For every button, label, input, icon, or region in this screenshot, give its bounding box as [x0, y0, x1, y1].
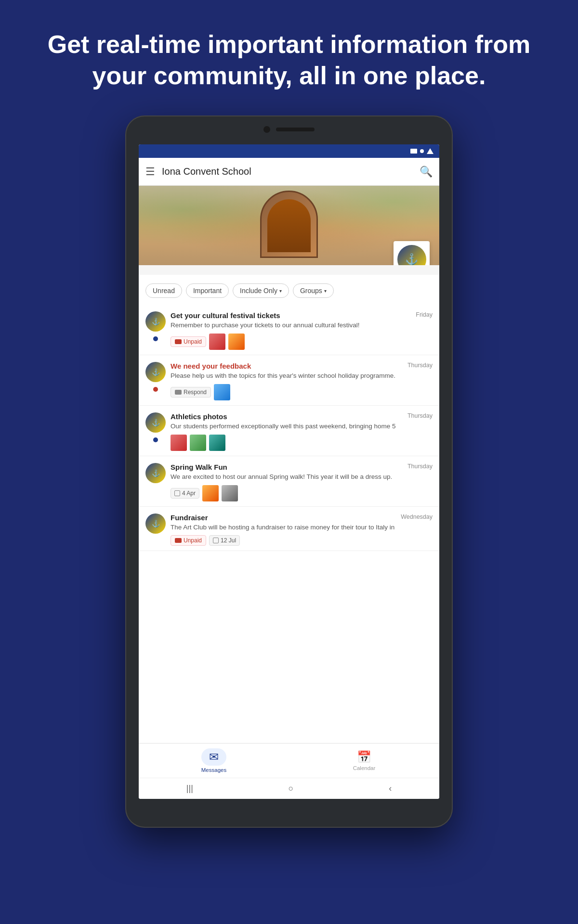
filter-bar: Unread Important Include Only ▾ Groups ▾: [139, 275, 439, 305]
important-filter-button[interactable]: Important: [186, 283, 229, 298]
avatar: ⚓: [145, 463, 166, 483]
avatar: ⚓: [145, 513, 166, 534]
hamburger-icon[interactable]: ☰: [145, 166, 155, 178]
bottom-nav: ✉ Messages 📅 Calendar: [139, 743, 439, 778]
system-back-button[interactable]: ‹: [389, 783, 392, 794]
message-thumbnail: [190, 435, 206, 451]
speaker-bar: [276, 128, 315, 131]
phone-screen: ☰ Iona Convent School 🔍 ⚓ Unread Importa…: [139, 144, 439, 799]
messages-list: ⚓ Get your cultural festival tickets Fri…: [139, 305, 439, 743]
message-tags: Unpaid: [171, 334, 433, 350]
include-only-filter-button[interactable]: Include Only ▾: [233, 283, 289, 298]
unread-indicator: [153, 336, 158, 341]
messages-icon: ✉: [209, 750, 219, 763]
message-text: Please help us with the topics for this …: [171, 372, 433, 381]
message-tags: Unpaid 12 Jul: [171, 535, 433, 546]
message-body: Fundraiser Wednesday The Art Club will b…: [171, 513, 433, 546]
message-body: Get your cultural festival tickets Frida…: [171, 311, 433, 350]
message-title: Spring Walk Fun: [171, 463, 227, 471]
message-thumbnail: [202, 485, 219, 501]
message-header: We need your feedback Thursday: [171, 362, 433, 370]
date-tag: 12 Jul: [209, 535, 240, 546]
unread-filter-button[interactable]: Unread: [145, 283, 182, 298]
message-text: The Art Club will be hosting a fundraise…: [171, 523, 433, 532]
message-title: Fundraiser: [171, 513, 208, 522]
message-thumbnail: [209, 334, 225, 350]
messages-label: Messages: [201, 767, 226, 773]
wifi-icon: [410, 149, 417, 154]
camera-dot: [263, 126, 270, 133]
unpaid-tag[interactable]: Unpaid: [171, 535, 206, 546]
message-tags: 4 Apr: [171, 485, 433, 501]
avatar: ⚓: [145, 412, 166, 433]
nav-messages[interactable]: ✉ Messages: [139, 744, 289, 777]
message-date: Thursday: [407, 463, 433, 470]
message-date: Thursday: [407, 362, 433, 369]
system-home-button[interactable]: ○: [289, 783, 294, 794]
groups-chevron: ▾: [324, 288, 327, 294]
message-text: We are excited to host our annual Spring…: [171, 473, 433, 482]
nav-calendar[interactable]: 📅 Calendar: [289, 746, 439, 775]
message-thumbnail: [222, 485, 238, 501]
phone-mockup: ☰ Iona Convent School 🔍 ⚓ Unread Importa…: [125, 116, 453, 828]
banner-arch-inner: [267, 199, 311, 252]
system-nav-bar: ||| ○ ‹: [139, 778, 439, 799]
school-logo: ⚓: [394, 241, 430, 265]
unpaid-icon: [175, 339, 182, 344]
message-item[interactable]: ⚓ We need your feedback Thursday Please …: [139, 355, 439, 406]
respond-tag[interactable]: Respond: [171, 387, 211, 398]
unread-indicator: [153, 437, 158, 442]
message-item[interactable]: ⚓ Get your cultural festival tickets Fri…: [139, 305, 439, 355]
message-item[interactable]: ⚓ Spring Walk Fun Thursday We are excite…: [139, 456, 439, 507]
banner-arch: [260, 191, 318, 258]
message-title: We need your feedback: [171, 362, 251, 370]
unpaid-tag[interactable]: Unpaid: [171, 336, 206, 347]
battery-icon: [427, 148, 434, 154]
message-date: Friday: [416, 311, 433, 318]
message-thumbnail: [209, 435, 225, 451]
message-tags: [171, 435, 433, 451]
app-bar: ☰ Iona Convent School 🔍: [139, 158, 439, 186]
hero-heading: Get real-time important information from…: [0, 0, 578, 111]
phone-camera-area: [263, 126, 315, 133]
calendar-icon: 📅: [357, 750, 371, 764]
message-title: Get your cultural festival tickets: [171, 311, 280, 320]
message-date: Thursday: [407, 412, 433, 419]
avatar: ⚓: [145, 311, 166, 332]
groups-filter-button[interactable]: Groups ▾: [293, 283, 334, 298]
message-body: Athletics photos Thursday Our students p…: [171, 412, 433, 451]
system-menu-button[interactable]: |||: [186, 783, 193, 794]
avatar: ⚓: [145, 362, 166, 382]
school-banner: ⚓: [139, 186, 439, 265]
respond-icon: [175, 390, 182, 395]
message-text: Our students performed exceptionally wel…: [171, 422, 433, 431]
app-title: Iona Convent School: [162, 166, 420, 177]
message-header: Get your cultural festival tickets Frida…: [171, 311, 433, 320]
message-date: Wednesday: [401, 513, 433, 520]
message-item[interactable]: ⚓ Athletics photos Thursday Our students…: [139, 406, 439, 456]
message-body: We need your feedback Thursday Please he…: [171, 362, 433, 400]
unpaid-icon: [175, 538, 182, 543]
message-header: Spring Walk Fun Thursday: [171, 463, 433, 471]
message-header: Fundraiser Wednesday: [171, 513, 433, 522]
school-logo-emblem: ⚓: [397, 245, 426, 266]
signal-dot: [420, 149, 424, 153]
messages-icon-bg: ✉: [201, 748, 226, 766]
message-tags: Respond: [171, 384, 433, 400]
message-thumbnail: [228, 334, 245, 350]
message-item[interactable]: ⚓ Fundraiser Wednesday The Art Club will…: [139, 507, 439, 552]
message-thumbnail: [214, 384, 230, 400]
message-body: Spring Walk Fun Thursday We are excited …: [171, 463, 433, 501]
message-thumbnail: [171, 435, 187, 451]
status-bar: [139, 144, 439, 158]
calendar-icon: [174, 490, 180, 496]
unread-indicator: [153, 387, 158, 392]
message-text: Remember to purchase your tickets to our…: [171, 321, 433, 330]
calendar-label: Calendar: [353, 765, 376, 771]
include-only-chevron: ▾: [279, 288, 282, 294]
message-title: Athletics photos: [171, 412, 227, 421]
message-header: Athletics photos Thursday: [171, 412, 433, 421]
calendar-icon: [213, 538, 219, 543]
date-tag: 4 Apr: [171, 488, 199, 499]
search-icon[interactable]: 🔍: [420, 166, 433, 178]
